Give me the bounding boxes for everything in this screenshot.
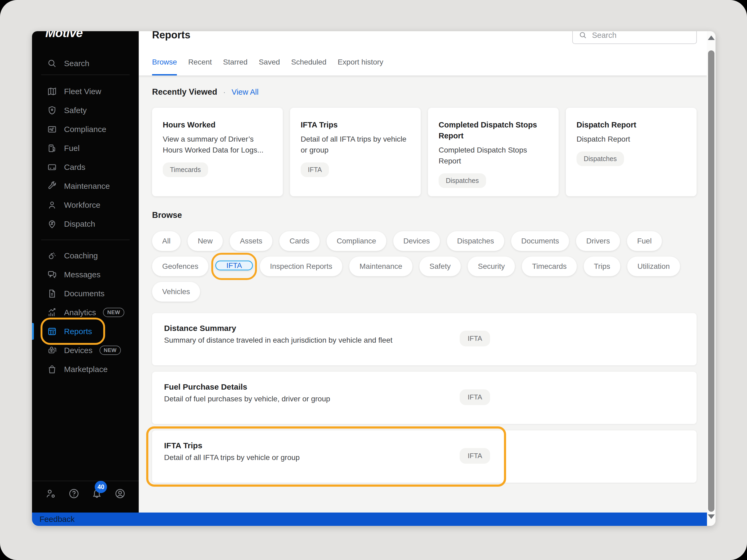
view-all-link[interactable]: View All — [232, 88, 259, 97]
sidebar-item-documents[interactable]: Documents — [32, 284, 139, 303]
sidebar-item-coaching[interactable]: Coaching — [32, 246, 139, 265]
sidebar-divider — [41, 75, 130, 75]
search-icon — [47, 58, 57, 69]
shopping-bag-icon — [47, 364, 57, 374]
tab-scheduled[interactable]: Scheduled — [291, 58, 326, 76]
tab-browse[interactable]: Browse — [152, 58, 177, 76]
category-pill-all[interactable]: All — [152, 231, 181, 251]
whistle-icon — [47, 251, 57, 261]
sidebar-item-label: Devices — [64, 346, 93, 355]
category-tag: Dispatches — [439, 174, 486, 188]
sidebar-item-fuel[interactable]: Fuel — [32, 139, 139, 158]
category-tag: IFTA — [460, 389, 490, 405]
card-title: Dispatch Report — [576, 119, 686, 130]
sidebar-item-label: Coaching — [64, 251, 98, 260]
sidebar-item-safety[interactable]: Safety — [32, 101, 139, 120]
category-pill-cards[interactable]: Cards — [279, 231, 319, 251]
category-pill-dispatches[interactable]: Dispatches — [447, 231, 504, 251]
browse-heading: Browse — [152, 210, 182, 220]
sidebar-item-reports[interactable]: Reports — [32, 322, 139, 341]
help-icon[interactable] — [68, 488, 80, 500]
sidebar-item-label: Marketplace — [64, 365, 107, 374]
category-pill-maintenance[interactable]: Maintenance — [349, 257, 412, 276]
new-badge: NEW — [100, 346, 121, 355]
report-row-distance-summary[interactable]: Distance Summary Summary of distance tra… — [152, 313, 697, 365]
new-badge: NEW — [103, 308, 124, 317]
category-pill-new[interactable]: New — [187, 231, 223, 251]
logbook-icon — [47, 124, 57, 134]
sidebar-item-analytics[interactable]: Analytics NEW — [32, 303, 139, 322]
document-icon — [47, 289, 57, 299]
scroll-up-arrow-icon[interactable] — [708, 35, 715, 40]
shield-icon — [47, 105, 57, 115]
sidebar-item-compliance[interactable]: Compliance — [32, 120, 139, 139]
account-icon[interactable] — [114, 488, 126, 500]
category-pill-compliance[interactable]: Compliance — [327, 231, 386, 251]
category-pill-fuel[interactable]: Fuel — [627, 231, 662, 251]
report-row-description: Summary of distance traveled in each jur… — [164, 336, 697, 345]
notification-count-badge: 40 — [95, 481, 107, 493]
notifications-bell-icon[interactable]: 40 — [91, 488, 103, 500]
sidebar-item-label: Documents — [64, 289, 105, 298]
category-pill-trips[interactable]: Trips — [584, 257, 620, 276]
sidebar-item-workforce[interactable]: Workforce — [32, 195, 139, 214]
report-icon — [47, 326, 57, 337]
report-search-input[interactable] — [592, 31, 688, 40]
category-tag: IFTA — [460, 331, 490, 346]
category-pill-timecards[interactable]: Timecards — [522, 257, 577, 276]
page-title: Reports — [152, 31, 190, 41]
user-settings-icon[interactable] — [45, 488, 56, 500]
card-description: Detail of all IFTA trips by vehicle or g… — [301, 134, 410, 156]
sidebar-item-marketplace[interactable]: Marketplace — [32, 360, 139, 379]
category-pill-assets[interactable]: Assets — [230, 231, 273, 251]
feedback-bar[interactable]: Feedback — [32, 512, 707, 526]
sidebar-item-dispatch[interactable]: Dispatch — [32, 214, 139, 233]
sidebar-item-label: Fleet View — [64, 87, 101, 96]
report-search-box[interactable] — [572, 31, 697, 44]
report-card-dispatch-report[interactable]: Dispatch Report Dispatch Report Dispatch… — [566, 108, 697, 196]
category-pill-utilization[interactable]: Utilization — [627, 257, 680, 276]
category-pill-security[interactable]: Security — [468, 257, 515, 276]
report-row-description: Detail of all IFTA trips by vehicle or g… — [164, 453, 697, 462]
sidebar-item-maintenance[interactable]: Maintenance — [32, 177, 139, 195]
dispatch-pin-icon — [47, 219, 57, 229]
report-row-ifta-trips[interactable]: IFTA Trips Detail of all IFTA trips by v… — [152, 430, 697, 483]
sidebar-item-label: Compliance — [64, 125, 106, 134]
active-indicator — [32, 323, 34, 340]
category-pill-safety[interactable]: Safety — [419, 257, 461, 276]
tab-saved[interactable]: Saved — [259, 58, 280, 76]
category-pill-documents[interactable]: Documents — [511, 231, 569, 251]
category-pill-vehicles[interactable]: Vehicles — [152, 282, 200, 301]
device-lock-icon — [47, 345, 57, 355]
category-pill-devices[interactable]: Devices — [393, 231, 440, 251]
analytics-chart-icon — [47, 308, 57, 318]
tab-starred[interactable]: Starred — [223, 58, 248, 76]
category-pill-row-3: Vehicles — [152, 282, 200, 301]
category-pill-ifta[interactable]: IFTA — [215, 261, 253, 270]
category-pill-row-2: Geofences IFTA Inspection Reports Mainte… — [152, 257, 680, 276]
report-card-ifta-trips[interactable]: IFTA Trips Detail of all IFTA trips by v… — [290, 108, 421, 196]
person-icon — [47, 200, 57, 210]
report-row-fuel-purchase-details[interactable]: Fuel Purchase Details Detail of fuel pur… — [152, 372, 697, 424]
scrollbar-thumb[interactable] — [708, 50, 715, 512]
sidebar-item-messages[interactable]: Messages — [32, 265, 139, 284]
report-row-title: IFTA Trips — [164, 441, 697, 450]
recently-viewed-cards: Hours Worked View a summary of Driver’s … — [152, 108, 697, 196]
sidebar-item-label: Messages — [64, 270, 101, 279]
tab-recent[interactable]: Recent — [188, 58, 212, 76]
sidebar-item-cards[interactable]: Cards — [32, 158, 139, 177]
content-area: Recently Viewed · View All Hours Worked … — [139, 76, 707, 512]
sidebar-search[interactable]: Search — [32, 54, 139, 73]
category-pill-geofences[interactable]: Geofences — [152, 257, 208, 276]
category-pill-inspection-reports[interactable]: Inspection Reports — [260, 257, 342, 276]
report-card-hours-worked[interactable]: Hours Worked View a summary of Driver’s … — [152, 108, 283, 196]
map-icon — [47, 86, 57, 97]
tab-export-history[interactable]: Export history — [338, 58, 383, 76]
wrench-icon — [47, 181, 57, 191]
vertical-scrollbar[interactable] — [707, 31, 716, 526]
sidebar-item-devices[interactable]: Devices NEW — [32, 341, 139, 360]
report-card-completed-dispatch-stops[interactable]: Completed Dispatch Stops Report Complete… — [428, 108, 559, 196]
scroll-down-arrow-icon[interactable] — [708, 514, 715, 519]
sidebar-item-fleet-view[interactable]: Fleet View — [32, 82, 139, 101]
category-pill-drivers[interactable]: Drivers — [576, 231, 620, 251]
